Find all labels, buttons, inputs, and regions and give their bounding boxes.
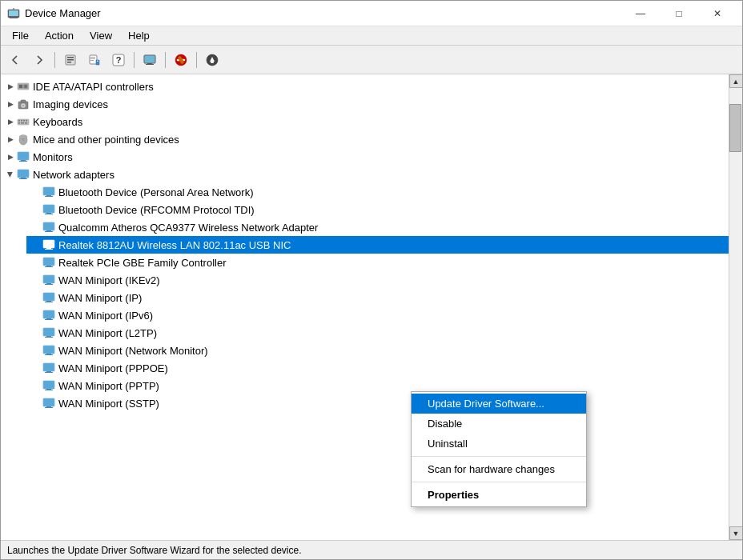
expand-mice[interactable]: ▶: [4, 133, 17, 146]
tree-item-wan-ipv6[interactable]: WAN Miniport (IPv6): [26, 306, 729, 324]
svg-rect-82: [45, 302, 53, 302]
svg-point-34: [22, 105, 25, 107]
svg-rect-40: [18, 122, 20, 124]
svg-rect-20: [146, 64, 154, 65]
menu-file[interactable]: File: [4, 28, 37, 43]
forward-button[interactable]: [28, 49, 50, 71]
context-menu-separator-2: [412, 482, 586, 482]
tree-item-monitors[interactable]: ▶ Monitors: [1, 148, 729, 166]
monitor-icon: [17, 150, 30, 163]
svg-rect-2: [11, 17, 16, 18]
svg-rect-49: [21, 160, 26, 161]
tree-item-wan-pptp[interactable]: WAN Miniport (PPTP): [26, 377, 729, 394]
expand-monitors[interactable]: ▶: [4, 150, 17, 163]
uninstall-label: Uninstall: [428, 438, 468, 450]
svg-rect-92: [44, 346, 54, 353]
device-manager-window: Device Manager — □ ✕ File Action View He…: [0, 0, 743, 560]
tree-item-network[interactable]: ▶ Network adapters: [1, 166, 729, 183]
svg-rect-97: [46, 371, 51, 372]
wan-ipv6-label: WAN Miniport (IPv6): [58, 310, 153, 322]
tree-item-bt2[interactable]: Bluetooth Device (RFCOMM Protocol TDI): [26, 201, 729, 218]
network-icon: [17, 168, 30, 181]
svg-rect-12: [90, 60, 94, 61]
tree-item-wan-ip[interactable]: WAN Miniport (IP): [26, 289, 729, 306]
display-devices-button[interactable]: [139, 49, 161, 71]
expand-ide[interactable]: ▶: [4, 80, 17, 93]
tree-item-realtek-wireless[interactable]: Realtek 8812AU Wireless LAN 802.11ac USB…: [26, 236, 729, 254]
svg-rect-65: [46, 230, 51, 231]
scan-button[interactable]: [201, 49, 223, 71]
update-driver-button[interactable]: [83, 49, 106, 71]
tree-item-realtek-pcie[interactable]: Realtek PCIe GBE Family Controller: [26, 254, 729, 271]
svg-rect-84: [44, 311, 54, 318]
mice-label: Mice and other pointing devices: [33, 134, 179, 146]
scroll-track[interactable]: [729, 88, 743, 526]
tree-item-mice[interactable]: ▶ Mice and other pointing devices: [1, 130, 729, 148]
separator-3: [165, 52, 166, 68]
context-menu-update-driver[interactable]: Update Driver Software...: [412, 394, 586, 414]
tree-item-keyboards[interactable]: ▶ Keyboards: [1, 113, 729, 130]
tree-item-wan-l2tp[interactable]: WAN Miniport (L2TP): [26, 324, 729, 342]
context-menu-disable[interactable]: Disable: [412, 414, 586, 434]
tree-item-wan-sstp[interactable]: WAN Miniport (SSTP): [26, 394, 729, 412]
expand-network[interactable]: ▶: [4, 168, 17, 181]
context-menu-properties[interactable]: Properties: [412, 485, 586, 505]
menu-help[interactable]: Help: [120, 28, 158, 43]
help-button[interactable]: ?: [107, 49, 130, 71]
scroll-thumb[interactable]: [729, 104, 741, 152]
properties-button[interactable]: [59, 49, 82, 71]
tree-item-wan-pppoe[interactable]: WAN Miniport (PPPOE): [26, 359, 729, 377]
svg-rect-8: [67, 62, 71, 63]
context-menu-scan[interactable]: Scan for hardware changes: [412, 459, 586, 479]
scrollbar[interactable]: ▲ ▼: [729, 74, 742, 540]
expand-keyboards[interactable]: ▶: [4, 115, 17, 128]
realtek-pcie-label: Realtek PCIe GBE Family Controller: [58, 257, 227, 269]
svg-rect-18: [145, 56, 155, 62]
tree-item-imaging[interactable]: ▶ Imaging devices: [1, 95, 729, 113]
keyboards-label: Keyboards: [33, 116, 82, 128]
scroll-down-arrow[interactable]: ▼: [729, 526, 743, 540]
svg-rect-86: [45, 319, 53, 320]
svg-rect-9: [90, 55, 97, 64]
svg-rect-6: [67, 57, 74, 58]
wan-ip-label: WAN Miniport (IP): [58, 292, 142, 304]
remove-button[interactable]: [170, 49, 192, 71]
wan-sstp-label: WAN Miniport (SSTP): [58, 398, 159, 410]
close-button[interactable]: ✕: [699, 2, 736, 26]
back-button[interactable]: [4, 49, 26, 71]
menu-action[interactable]: Action: [37, 28, 82, 43]
tree-item-wan-ikev2[interactable]: WAN Miniport (IKEv2): [26, 271, 729, 289]
bt1-label: Bluetooth Device (Personal Area Network): [58, 186, 254, 198]
svg-rect-60: [44, 206, 54, 212]
svg-rect-89: [46, 336, 51, 337]
maximize-button[interactable]: □: [661, 2, 697, 26]
mouse-icon: [17, 133, 30, 146]
qualcomm-label: Qualcomm Atheros QCA9377 Wireless Networ…: [58, 222, 318, 234]
svg-rect-66: [45, 231, 53, 232]
separator-2: [134, 52, 135, 68]
scroll-up-arrow[interactable]: ▲: [729, 74, 743, 88]
tree-item-qualcomm[interactable]: Qualcomm Atheros QCA9377 Wireless Networ…: [26, 218, 729, 236]
tree-item-ide[interactable]: ▶ IDE ATA/ATAPI controllers: [1, 78, 729, 95]
keyboard-icon: [17, 115, 30, 128]
tree-item-bt1[interactable]: Bluetooth Device (Personal Area Network): [26, 183, 729, 201]
tree-item-wan-netmon[interactable]: WAN Miniport (Network Monitor): [26, 342, 729, 359]
expand-imaging[interactable]: ▶: [4, 98, 17, 110]
app-icon: [7, 7, 20, 20]
svg-rect-54: [19, 178, 27, 179]
wan-pptp-icon: [42, 379, 55, 392]
svg-rect-42: [25, 122, 27, 124]
wan-ipv6-icon: [42, 309, 55, 322]
wan-ip-icon: [42, 291, 55, 304]
wan-sstp-icon: [42, 397, 55, 410]
minimize-button[interactable]: —: [622, 2, 659, 26]
svg-rect-37: [21, 120, 22, 122]
realtek-wireless-label: Realtek 8812AU Wireless LAN 802.11ac USB…: [58, 239, 291, 251]
svg-rect-32: [21, 100, 26, 102]
device-tree[interactable]: ▶ IDE ATA/ATAPI controllers ▶: [1, 74, 729, 540]
svg-rect-102: [45, 390, 53, 390]
menu-view[interactable]: View: [82, 28, 120, 43]
svg-rect-41: [21, 122, 24, 124]
context-menu-uninstall[interactable]: Uninstall: [412, 434, 586, 454]
svg-rect-74: [45, 266, 53, 267]
